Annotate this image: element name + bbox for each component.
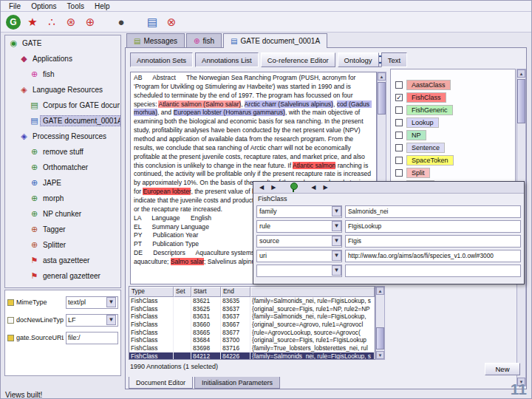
menu-file[interactable]: File	[4, 2, 26, 10]
scroll-thumb[interactable]	[517, 79, 525, 123]
tree-item-processing-resources[interactable]: ◈Processing Resources	[5, 129, 120, 144]
new-language-resource-icon[interactable]: ⊛	[63, 14, 79, 30]
feature-name-cell[interactable]: rule▼	[256, 220, 342, 233]
annotation-row[interactable]: FishClass8369883716{family=True_lobsters…	[129, 344, 375, 352]
tree-item-orthomatcher[interactable]: ⊕Orthomatcher	[5, 160, 120, 175]
feature-value-cell[interactable]: http://www.fao.org/aims/aos/fi/species_v…	[345, 250, 521, 262]
type-checkbox-np[interactable]	[395, 132, 403, 139]
pin-icon[interactable]	[290, 183, 297, 192]
tab-document-editor[interactable]: Document Editor	[129, 377, 193, 389]
orthomatcher-icon: ⊕	[29, 163, 40, 172]
tree-item-tagger[interactable]: ⊕Tagger	[5, 222, 120, 237]
column-header-features[interactable]	[250, 287, 375, 297]
tree-item-asta-gazetteer[interactable]: ⚑asta gazetteer	[5, 253, 120, 268]
column-header-start[interactable]: Start	[191, 287, 221, 297]
feature-value-cell[interactable]	[345, 265, 521, 277]
ontology-editor-icon[interactable]: ⊗	[163, 14, 180, 30]
tree-item-general-gazetteer[interactable]: ⚑general gazetteer	[5, 268, 120, 284]
tree-item-splitter[interactable]: ⊕Splitter	[5, 237, 120, 253]
dropdown-arrow-icon[interactable]: ▼	[106, 297, 116, 307]
tree-item-gate-document-0001a[interactable]: ▤GATE document_0001A	[5, 113, 120, 129]
co-reference-editor-button[interactable]: Co-reference Editor	[261, 52, 335, 67]
column-header-type[interactable]: Type	[129, 287, 174, 297]
feature-name-cell[interactable]: source▼	[256, 235, 342, 248]
annotation-row[interactable]: FishClass8366583677{rule=AgrovocLookup, …	[129, 329, 375, 337]
column-header-end[interactable]: End	[221, 287, 250, 297]
annotation-row[interactable]: FishClass8421284226{family=Salmonids_nei…	[129, 352, 375, 360]
type-checkbox-lookup[interactable]	[395, 119, 403, 126]
datastore-icon[interactable]: ●	[113, 14, 129, 30]
annotation-row[interactable]: FishClass8362183635{family=Salmonids_nei…	[129, 297, 375, 305]
param-value-mimetype[interactable]: text/pl▼	[66, 296, 118, 309]
param-value-gate-sourceurl[interactable]: file:/	[66, 332, 118, 344]
scroll-thumb[interactable]	[378, 82, 386, 115]
tree-item-corpus-for-gate-docum[interactable]: ▤Corpus for GATE docum	[5, 98, 120, 113]
tree-item-morph[interactable]: ⊕morph	[5, 191, 120, 206]
tab-gate-document-0001a[interactable]: ▤GATE document_0001A	[223, 33, 327, 48]
feature-name-cell[interactable]: ▼	[256, 265, 342, 277]
dropdown-arrow-icon[interactable]: ▼	[332, 236, 341, 246]
tab-fish[interactable]: ⊕fish	[186, 33, 222, 47]
tree-item-jape[interactable]: ⊕JAPE	[5, 175, 120, 191]
type-checkbox-split[interactable]	[395, 169, 403, 177]
param-value-docnewlinetype[interactable]: LF▼	[66, 314, 118, 327]
feature-name-cell[interactable]: family▼	[256, 205, 342, 218]
feature-value-cell[interactable]: Salmonids_nei	[345, 205, 521, 218]
annotations-list-button[interactable]: Annotations List	[195, 52, 259, 67]
annotation-sets-button[interactable]: Annotation Sets	[130, 52, 193, 67]
tree-item-applications[interactable]: ◆Applications	[5, 51, 120, 66]
move-end-icon[interactable]: ▶	[321, 184, 330, 191]
text-button[interactable]: Text	[381, 52, 407, 67]
dropdown-arrow-icon[interactable]: ▼	[332, 221, 341, 231]
scroll-up-icon[interactable]: ▲	[378, 72, 386, 81]
ontology-button[interactable]: Ontology	[338, 52, 379, 67]
annotation-row[interactable]: FishClass8363183637{family=Salmonids_nei…	[129, 313, 375, 321]
annotations-scrollbar[interactable]: ▲ ▼	[375, 286, 385, 360]
annotation-cell: {original_source=FIgis, rule1=FIgisLooku…	[250, 336, 375, 344]
dropdown-arrow-icon[interactable]: ▼	[332, 250, 341, 261]
tree-item-np-chunker[interactable]: ⊕NP chunker	[5, 206, 120, 222]
new-processing-resource-icon[interactable]: ⊕	[82, 14, 98, 30]
new-corpus-icon-glyph: ∴	[48, 16, 55, 29]
annotation-cell: {family=Salmonids_nei, rule=FIgisLookup,…	[250, 297, 375, 305]
new-corpus-icon[interactable]: ∴	[44, 14, 60, 30]
scroll-up-icon[interactable]: ▲	[376, 287, 384, 295]
tree-item-gate[interactable]: ◉GATE	[5, 35, 120, 51]
type-checkbox-fishclass[interactable]: ✓	[395, 94, 403, 101]
annotation-row[interactable]: FishClass8368483700{original_source=FIgi…	[129, 336, 375, 344]
type-checkbox-sentence[interactable]	[395, 144, 403, 151]
column-header-set[interactable]: Set	[174, 287, 191, 297]
menu-help[interactable]: Help	[89, 2, 115, 10]
applications-folder-icon: ◆	[18, 54, 30, 64]
previous-annotation-icon[interactable]: ◀	[257, 184, 266, 191]
tree-item-remove-stuff[interactable]: ⊕remove stuff	[5, 144, 120, 160]
type-checkbox-spacetoken[interactable]	[395, 157, 403, 164]
type-checkbox-fishgeneric[interactable]	[395, 106, 403, 114]
annotation-cell: FishClass	[129, 329, 174, 337]
feature-name-cell[interactable]: uri▼	[256, 250, 342, 262]
scroll-down-icon[interactable]: ▼	[376, 351, 384, 359]
annotation-row[interactable]: FishClass8362583637{original_source=FIgi…	[129, 305, 375, 313]
scroll-thumb[interactable]	[376, 327, 384, 349]
tab-messages[interactable]: ▤Messages	[126, 33, 185, 47]
dropdown-arrow-icon[interactable]: ▼	[332, 265, 341, 276]
type-checkbox-aastaclass[interactable]	[395, 81, 403, 89]
next-annotation-icon[interactable]: ▶	[269, 184, 278, 191]
menu-tools[interactable]: Tools	[62, 2, 89, 10]
menu-options[interactable]: Options	[26, 2, 61, 10]
feature-value-cell[interactable]: FIgisLookup	[345, 220, 521, 233]
tree-item-language-resources[interactable]: ◈Language Resources	[5, 82, 120, 98]
annotation-diff-icon[interactable]: ▤	[144, 14, 160, 30]
feature-value-cell[interactable]: FIgis	[345, 235, 521, 248]
new-annotation-button[interactable]: New	[485, 363, 520, 375]
annotation-cell: 83684	[191, 336, 221, 344]
move-start-icon[interactable]: ◀	[309, 184, 318, 191]
tab-initialisation-parameters[interactable]: Initialisation Parameters	[194, 377, 280, 389]
scroll-up-icon[interactable]: ▲	[517, 69, 525, 78]
annotation-row[interactable]: FishClass8366083667{original_source=Agro…	[129, 321, 375, 329]
gate-logo-icon[interactable]: G	[6, 15, 21, 30]
tree-item-fish[interactable]: ⊕fish	[5, 66, 120, 82]
dropdown-arrow-icon[interactable]: ▼	[332, 206, 341, 216]
dropdown-arrow-icon[interactable]: ▼	[106, 315, 116, 325]
new-application-icon[interactable]: ★	[24, 14, 41, 30]
